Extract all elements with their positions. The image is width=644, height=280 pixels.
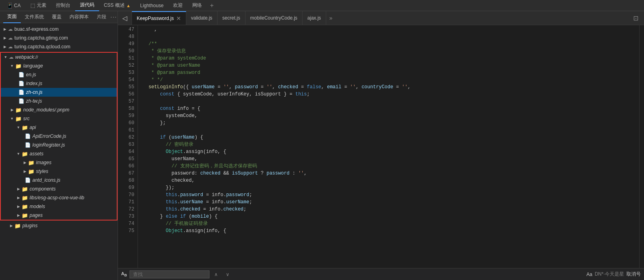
editor-tab-keeppassword-close[interactable]: ✕ <box>176 15 181 22</box>
folder-icon-assets: 📁 <box>22 151 28 157</box>
folder-icon-styles: 📁 <box>28 169 34 175</box>
tree-label-webpack: webpack:// <box>15 54 38 60</box>
tree-item-turing2[interactable]: ▶ ☁ turing.captcha.qcloud.com <box>0 42 118 51</box>
folder-icon-src: 📁 <box>15 116 22 122</box>
tree-arrow-src: ▼ <box>9 115 15 122</box>
tree-label-styles: styles <box>36 169 48 174</box>
tree-label-index: index.js <box>26 81 42 86</box>
tree-item-assets[interactable]: ▼ 📁 assets <box>1 149 117 158</box>
tree-item-images[interactable]: ▶ 📁 images <box>1 158 117 167</box>
tab-css[interactable]: CSS 概述 ▲ <box>99 0 136 11</box>
tree-arrow-images: ▶ <box>22 159 28 166</box>
add-tab-button[interactable]: + <box>207 2 217 9</box>
tab-ca[interactable]: 📱 CA <box>2 0 26 11</box>
tree-item-loginreg[interactable]: 📄 loginRegister.js <box>1 141 117 149</box>
cloud-icon-buac: ☁ <box>8 26 13 32</box>
file-icon-antd: 📄 <box>25 177 31 183</box>
tree-item-libs[interactable]: ▶ 📁 libs/esg-acsp-core-vue-lib <box>1 193 117 202</box>
tree-item-zhcn[interactable]: 📄 zh-cn.js <box>1 88 117 97</box>
tree-item-api[interactable]: ▼ 📁 api <box>1 123 117 132</box>
tree-item-apierror[interactable]: 📄 ApiErrorCode.js <box>1 132 117 141</box>
tab-sources-label: 源代码 <box>80 2 94 8</box>
folder-icon-models: 📁 <box>22 204 28 210</box>
tab-network[interactable]: 网络 <box>187 0 207 11</box>
tree-label-pages: pages <box>30 212 43 218</box>
folder-icon-libs: 📁 <box>22 195 28 201</box>
tree-item-turing1[interactable]: ▶ ☁ turing.captcha.gtimg.com <box>0 34 118 42</box>
editor-tab-mobilecountry[interactable]: mobileCountryCode.js <box>245 11 303 25</box>
folder-icon-plugins: 📁 <box>14 223 21 229</box>
find-bar: AB ∧ ∨ Aa DN*·今天是星 取消号 <box>118 268 644 280</box>
file-icon-index: 📄 <box>18 81 24 86</box>
tab-inspect[interactable]: ⬚ 元素 <box>26 0 51 11</box>
scrollbar-track[interactable] <box>639 25 644 268</box>
find-input[interactable] <box>130 270 209 278</box>
code-content[interactable]: , /** * 保存登录信息 * @param systemCode * @pa… <box>138 25 639 268</box>
tree-arrow-buac: ▶ <box>2 26 8 32</box>
tree-item-en[interactable]: 📄 en.js <box>1 70 117 79</box>
css-warning-icon: ▲ <box>126 3 131 8</box>
tab-ca-label: CA <box>14 3 21 8</box>
tree-label-libs: libs/esg-acsp-core-vue-lib <box>30 195 84 201</box>
tree-item-plugins[interactable]: ▶ 📁 plugins <box>0 221 118 230</box>
file-icon-apierror: 📄 <box>25 133 31 139</box>
editor-tab-keeppassword[interactable]: KeepPassword.js ✕ <box>132 11 186 25</box>
tab-lighthouse[interactable]: Lighthouse <box>136 0 169 11</box>
tree-item-buac[interactable]: ▶ ☁ buac.sf-express.com <box>0 25 118 34</box>
tree-label-turing2: turing.captcha.qcloud.com <box>14 44 70 50</box>
folder-icon-images: 📁 <box>28 160 34 166</box>
editor-tab-overflow-button[interactable]: » <box>326 15 336 21</box>
editor-tab-validate-label: validate.js <box>191 15 212 21</box>
left-tab-cover[interactable]: 覆盖 <box>48 11 66 23</box>
tree-item-antd[interactable]: 📄 antd_icons.js <box>1 176 117 185</box>
tab-welcome-label: 欢迎 <box>173 2 183 9</box>
file-tree: ▶ ☁ buac.sf-express.com ▶ ☁ turing.captc… <box>0 23 118 280</box>
tree-arrow-styles: ▶ <box>22 168 28 175</box>
editor-tab-validate[interactable]: validate.js <box>186 11 217 25</box>
tree-item-components[interactable]: ▶ 📁 components <box>1 185 117 193</box>
editor-tab-secret[interactable]: secret.js <box>217 11 245 25</box>
editor-tab-mobilecountry-label: mobileCountryCode.js <box>250 15 297 21</box>
tree-arrow-turing2: ▶ <box>2 44 8 50</box>
tree-item-index[interactable]: 📄 index.js <box>1 79 117 88</box>
tree-label-src: src <box>23 116 30 121</box>
tab-network-label: 网络 <box>192 2 202 9</box>
folder-icon-pages: 📁 <box>22 212 28 218</box>
find-prev-button[interactable]: ∧ <box>211 271 221 278</box>
editor-tab-right-buttons: ⊡ <box>631 14 644 23</box>
tree-item-models[interactable]: ▶ 📁 models <box>1 202 117 211</box>
tab-welcome[interactable]: 欢迎 <box>168 0 187 11</box>
folder-icon-nodemodules: 📁 <box>15 107 22 113</box>
tree-item-nodemodules[interactable]: ▶ 📁 node_modules/.pnpm <box>1 105 117 114</box>
editor-split-button[interactable]: ⊡ <box>631 14 641 23</box>
tree-label-plugins: plugins <box>22 223 38 228</box>
tree-label-components: components <box>30 186 56 192</box>
tree-item-pages[interactable]: ▶ 📁 pages <box>1 211 117 220</box>
tree-arrow-plugins: ▶ <box>8 222 14 229</box>
tree-label-api: api <box>30 125 36 130</box>
tree-label-loginreg: loginRegister.js <box>32 142 65 148</box>
editor-tab-ajax[interactable]: ajax.js <box>303 11 326 25</box>
left-panel: 页面 文件系统 覆盖 内容脚本 片段 ··· ▶ ☁ buac.sf-expre… <box>0 11 118 280</box>
tab-sources[interactable]: 源代码 <box>75 0 99 11</box>
left-tab-page[interactable]: 页面 <box>3 11 21 23</box>
editor-tab-keeppassword-label: KeepPassword.js <box>137 16 174 21</box>
left-tab-snippets[interactable]: 内容脚本 <box>66 11 93 23</box>
right-panel: ◁ KeepPassword.js ✕ validate.js secret.j… <box>118 11 644 280</box>
tree-item-styles[interactable]: ▶ 📁 styles <box>1 167 117 176</box>
tree-arrow-api: ▼ <box>15 124 22 131</box>
left-tab-filesystem[interactable]: 文件系统 <box>21 11 48 23</box>
ca-icon: 📱 <box>6 2 13 9</box>
find-next-button[interactable]: ∨ <box>223 271 233 278</box>
editor-back-button[interactable]: ◁ <box>118 11 132 25</box>
tree-item-src[interactable]: ▼ 📁 src <box>1 114 117 123</box>
tab-console[interactable]: 控制台 <box>51 0 75 11</box>
tree-item-webpack[interactable]: ▼ ☁ webpack:// <box>1 53 117 62</box>
tree-item-language[interactable]: ▼ 📁 language <box>1 62 117 70</box>
find-cancel-button[interactable]: 取消号 <box>626 271 641 278</box>
tree-arrow-libs: ▶ <box>15 195 22 201</box>
more-tabs-button[interactable]: ··· <box>110 14 117 21</box>
left-tab-fragments[interactable]: 片段 <box>93 11 110 23</box>
tree-item-zhtw[interactable]: 📄 zh-tw.js <box>1 97 117 105</box>
tree-label-assets: assets <box>30 151 44 157</box>
